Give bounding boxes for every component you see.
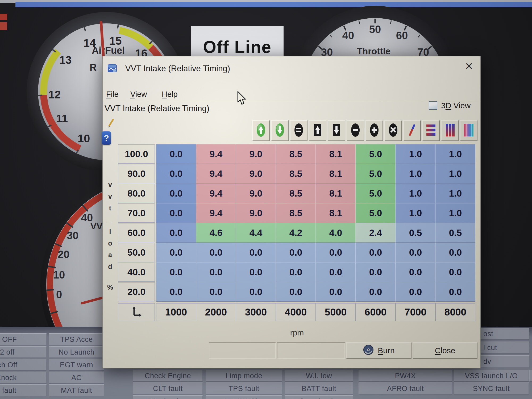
- y-axis-label-char: t: [109, 202, 111, 214]
- table-cell[interactable]: 0.0: [196, 243, 236, 262]
- table-cell[interactable]: 9.4: [196, 203, 236, 223]
- table-cell[interactable]: 9.0: [236, 144, 276, 164]
- table-cell[interactable]: 0.0: [316, 282, 356, 302]
- table-cell[interactable]: 4.4: [236, 223, 276, 243]
- table-cell[interactable]: 0.0: [156, 262, 196, 282]
- table-cell[interactable]: 0.5: [396, 223, 435, 243]
- table-cell[interactable]: 0.0: [156, 243, 196, 262]
- table-cell[interactable]: 0.0: [156, 282, 196, 302]
- shift-down-button[interactable]: [328, 120, 345, 141]
- table-cell[interactable]: 1.0: [435, 203, 475, 223]
- increase-button[interactable]: [365, 120, 383, 141]
- green-arrow-up-button[interactable]: [252, 120, 270, 141]
- table-cell[interactable]: 0.0: [316, 243, 356, 262]
- table-cell[interactable]: 5.0: [356, 144, 396, 164]
- table-cell[interactable]: 0.0: [276, 262, 316, 282]
- table-cell[interactable]: 2.4: [356, 223, 396, 243]
- table-cell[interactable]: 9.4: [196, 144, 236, 164]
- axis-swap-cell[interactable]: [118, 303, 155, 321]
- close-button[interactable]: Close: [413, 342, 477, 359]
- decrease-button[interactable]: [347, 120, 364, 141]
- table-cell[interactable]: 8.1: [316, 144, 356, 164]
- x-axis-label: 5000: [316, 303, 356, 321]
- close-icon[interactable]: ✕: [465, 61, 473, 71]
- table-cell[interactable]: 8.1: [316, 164, 356, 184]
- table-cell[interactable]: 0.0: [435, 262, 475, 282]
- green-arrow-up-icon: [256, 123, 266, 139]
- menu-help[interactable]: Help: [162, 90, 178, 99]
- table-cell[interactable]: 0.0: [396, 282, 435, 302]
- table-cell[interactable]: 9.0: [236, 164, 276, 184]
- table-cell[interactable]: 1.0: [396, 184, 435, 203]
- table-cell[interactable]: 0.0: [156, 184, 196, 203]
- heatmap-icon: [463, 123, 474, 139]
- table-cell[interactable]: 0.0: [435, 243, 475, 262]
- table-cell[interactable]: 4.0: [316, 223, 356, 243]
- pencil-icon: [107, 119, 115, 129]
- table-cell[interactable]: 1.0: [396, 144, 435, 164]
- table-cell[interactable]: 8.1: [316, 184, 356, 203]
- menu-view[interactable]: View: [130, 90, 147, 99]
- set-equal-button[interactable]: [290, 120, 307, 141]
- table-cell[interactable]: 0.0: [356, 262, 396, 282]
- shift-up-button[interactable]: [309, 120, 326, 141]
- menu-file[interactable]: File: [106, 90, 119, 99]
- table-cell[interactable]: 0.0: [356, 282, 396, 302]
- table-cell[interactable]: 9.4: [196, 164, 236, 184]
- heatmap-button[interactable]: [460, 120, 477, 141]
- 3d-view-checkbox[interactable]: [429, 101, 437, 110]
- table-cell[interactable]: 0.0: [236, 282, 276, 302]
- interpolate-pencil-button[interactable]: [403, 120, 421, 141]
- table-cell[interactable]: 8.1: [316, 203, 356, 223]
- airfuel-tick: 12: [48, 88, 61, 101]
- table-cell[interactable]: 0.0: [236, 243, 276, 262]
- indicator-cell: MAT fault: [49, 384, 104, 396]
- table-cell[interactable]: 5.0: [356, 184, 396, 203]
- table-cell[interactable]: 0.0: [276, 243, 316, 262]
- interpolate-columns-button[interactable]: [441, 120, 459, 141]
- view-3d-toggle[interactable]: 3D View: [429, 101, 471, 110]
- table-cell[interactable]: 9.0: [236, 184, 276, 203]
- table-cell[interactable]: 0.0: [196, 262, 236, 282]
- table-cell[interactable]: 5.0: [356, 164, 396, 184]
- table-cell[interactable]: 9.4: [196, 184, 236, 203]
- table-cell[interactable]: 8.5: [276, 203, 316, 223]
- x-axis-label: 6000: [356, 303, 396, 321]
- green-arrow-down-icon: [275, 123, 285, 139]
- table-cell[interactable]: 8.5: [276, 144, 316, 164]
- green-arrow-down-button[interactable]: [271, 120, 289, 141]
- table-cell[interactable]: 1.0: [396, 203, 435, 223]
- table-cell[interactable]: 0.0: [156, 203, 196, 223]
- table-cell[interactable]: 1.0: [435, 184, 475, 203]
- throttle-tick: 40: [342, 30, 354, 41]
- table-cell[interactable]: 8.5: [276, 164, 316, 184]
- table-cell[interactable]: 0.0: [316, 262, 356, 282]
- burn-button[interactable]: Burn: [346, 342, 412, 359]
- table-cell[interactable]: 4.6: [196, 223, 236, 243]
- table-cell[interactable]: 4.2: [276, 223, 316, 243]
- status-panel: [209, 342, 276, 359]
- airfuel-tick: 10: [78, 132, 90, 145]
- table-cell[interactable]: 0.5: [435, 223, 475, 243]
- table-cell[interactable]: 9.0: [236, 203, 276, 223]
- window-icon: [107, 63, 117, 73]
- table-cell[interactable]: 1.0: [435, 164, 475, 184]
- table-cell[interactable]: 1.0: [435, 144, 475, 164]
- table-cell[interactable]: 0.0: [156, 144, 196, 164]
- table-cell[interactable]: 1.0: [396, 164, 435, 184]
- table-cell[interactable]: 0.0: [196, 282, 236, 302]
- table-cell[interactable]: 0.0: [356, 243, 396, 262]
- table-cell[interactable]: 8.5: [276, 184, 316, 203]
- table-cell[interactable]: 0.0: [396, 243, 435, 262]
- table-cell[interactable]: 0.0: [156, 223, 196, 243]
- table-cell[interactable]: 0.0: [435, 282, 475, 302]
- table-cell[interactable]: 0.0: [276, 282, 316, 302]
- multiply-button[interactable]: [384, 120, 402, 141]
- table-cell[interactable]: 0.0: [156, 164, 196, 184]
- interpolate-rows-button[interactable]: [422, 120, 440, 141]
- table-cell[interactable]: 5.0: [356, 203, 396, 223]
- help-icon[interactable]: ?: [102, 131, 111, 145]
- table-cell[interactable]: 0.0: [396, 262, 435, 282]
- table-cell[interactable]: 0.0: [236, 262, 276, 282]
- vvt-gauge-tick: 10: [53, 269, 65, 281]
